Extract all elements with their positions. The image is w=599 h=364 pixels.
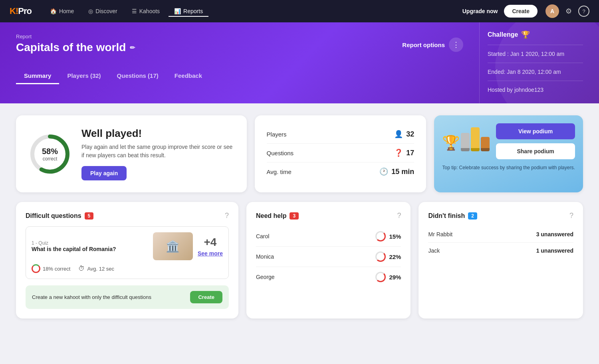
report-label: Report [16,34,402,40]
help-students-list: Carol 15% Monica 22% George [256,226,401,287]
question-correct-stat: 18% correct [32,264,70,273]
share-podium-button[interactable]: Share podium [496,143,575,159]
help-row-carol: Carol 15% [256,226,401,247]
finish-row-jack: Jack 1 unanswered [428,243,573,259]
stat-row-questions: Questions ❓ 17 [267,144,415,162]
time-clock-icon: ⏱ [78,265,85,272]
create-kahoot-button[interactable]: Create [190,291,222,303]
trophy-icon: 🏆 [521,30,530,39]
difficult-badge: 5 [85,212,94,220]
avgtime-value: 15 min [391,168,414,176]
tab-questions[interactable]: Questions (17) [109,68,167,84]
correct-circle-icon [32,264,40,273]
challenge-label: Challenge [488,31,518,38]
user-avatar[interactable]: A [545,4,559,18]
need-help-title: Need help [256,212,286,220]
stat-row-players: Players 👤 32 [267,125,415,144]
score-label: correct [42,156,58,161]
play-again-button[interactable]: Play again [81,166,127,180]
difficult-help-icon[interactable]: ? [225,212,229,220]
hosted-info: Hosted by johndoe123 [488,84,583,95]
create-button[interactable]: Create [504,5,538,18]
stat-row-avgtime: Avg. time 🕐 15 min [267,162,415,181]
main-content: 58% correct Well played! Play again and … [0,103,599,330]
players-label: Players [267,131,287,138]
report-title: Capitals of the world ✏ [16,41,402,54]
help-icon[interactable]: ? [578,6,589,17]
finish-row-rabbit: Mr Rabbit 3 unanswered [428,226,573,243]
edit-title-icon[interactable]: ✏ [130,44,135,51]
navbar: K!Pro 🏠 Home ◎ Discover ☰ Kahoots 📊 Repo… [0,0,599,22]
tab-feedback[interactable]: Feedback [167,68,210,84]
question-image: 🏛️ [153,232,193,260]
difficult-title: Difficult questions [26,212,81,220]
nav-kahoots[interactable]: ☰ Kahoots [126,6,165,17]
question-text: What is the capital of Romania? [32,246,148,252]
ended-info: Ended: Jan 8 2020, 12:00 am [488,66,583,77]
header-sidebar: Challenge 🏆 Started : Jan 1 2020, 12:00 … [479,22,599,103]
george-progress-icon [375,272,386,282]
carol-progress-icon [375,231,386,241]
monica-progress-icon [375,251,386,262]
podium-trophy-icon: 🏆 [442,135,460,151]
podium-graphic: 🏆 [442,127,490,151]
players-icon: 👤 [394,130,403,138]
score-description: Play again and let the same group improv… [81,143,235,160]
score-circle: 58% correct [28,132,72,176]
list-icon: ☰ [132,8,137,14]
score-percent: 58% [42,146,58,156]
questions-label: Questions [267,150,294,156]
create-kahoot-text: Create a new kahoot with only the diffic… [32,294,151,300]
players-value: 32 [406,130,414,138]
home-icon: 🏠 [50,8,57,14]
score-card: 58% correct Well played! Play again and … [16,115,247,192]
no-finish-badge: 2 [468,212,477,220]
tab-players[interactable]: Players (32) [59,68,109,84]
see-more-count: +4 [200,236,220,249]
well-played-title: Well played! [81,127,235,140]
report-options-button[interactable]: Report options [402,40,445,50]
help-row-george: George 29% [256,267,401,287]
nav-reports[interactable]: 📊 Reports [169,6,208,17]
started-info: Started : Jan 1 2020, 12:00 am [488,48,583,59]
discover-icon: ◎ [88,8,93,14]
stats-card: Players 👤 32 Questions ❓ 17 Avg. time 🕐 … [255,115,426,192]
question-item: 1 - Quiz What is the capital of Romania?… [26,226,229,279]
reports-icon: 📊 [174,8,181,14]
header-area: Report Capitals of the world ✏ Report op… [0,22,599,103]
create-kahoot-bar: Create a new kahoot with only the diffic… [26,285,229,309]
help-row-monica: Monica 22% [256,247,401,267]
need-help-badge: 3 [290,212,299,220]
question-num: 1 - Quiz [32,240,148,246]
need-help-card: Need help 3 ? Carol 15% Monica [246,202,411,318]
more-options-button[interactable]: ⋮ [449,38,463,52]
question-time-stat: ⏱ Avg. 12 sec [78,265,114,272]
settings-icon[interactable]: ⚙ [562,5,575,17]
clock-icon: 🕐 [379,167,388,176]
view-podium-button[interactable]: View podium [496,123,575,139]
questions-icon: ❓ [394,148,403,157]
upgrade-now-link[interactable]: Upgrade now [462,8,498,14]
logo[interactable]: K!Pro [10,6,32,16]
bottom-row: Difficult questions 5 ? 1 - Quiz What is… [16,202,583,318]
no-finish-students-list: Mr Rabbit 3 unanswered Jack 1 unanswered [428,226,573,259]
questions-value: 17 [406,149,414,157]
no-finish-title: Didn't finish [428,212,465,220]
nav-home[interactable]: 🏠 Home [44,6,79,17]
see-more-link[interactable]: See more [198,250,223,257]
tab-summary[interactable]: Summary [16,68,59,84]
no-finish-card: Didn't finish 2 ? Mr Rabbit 3 unanswered… [419,202,583,318]
no-finish-help-icon[interactable]: ? [569,212,573,220]
podium-card: 🏆 View [434,115,583,192]
difficult-questions-card: Difficult questions 5 ? 1 - Quiz What is… [16,202,238,318]
need-help-help-icon[interactable]: ? [397,212,401,220]
nav-discover[interactable]: ◎ Discover [83,6,123,17]
avgtime-label: Avg. time [267,168,292,175]
top-cards-row: 58% correct Well played! Play again and … [16,115,583,192]
podium-tip: Top tip: Celebrate success by sharing th… [442,163,575,170]
